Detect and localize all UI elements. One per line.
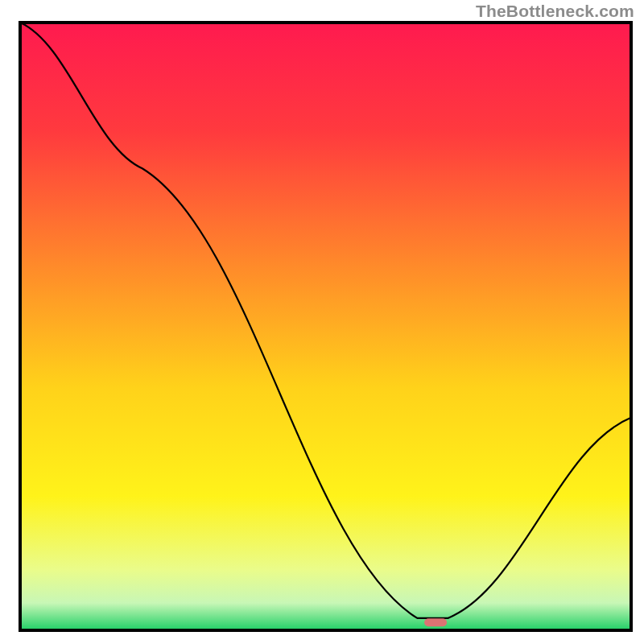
plot-background <box>20 23 631 630</box>
optimal-marker <box>424 618 447 626</box>
watermark-text: TheBottleneck.com <box>476 2 634 21</box>
bottleneck-chart <box>0 0 644 644</box>
chart-container: TheBottleneck.com <box>0 0 644 644</box>
